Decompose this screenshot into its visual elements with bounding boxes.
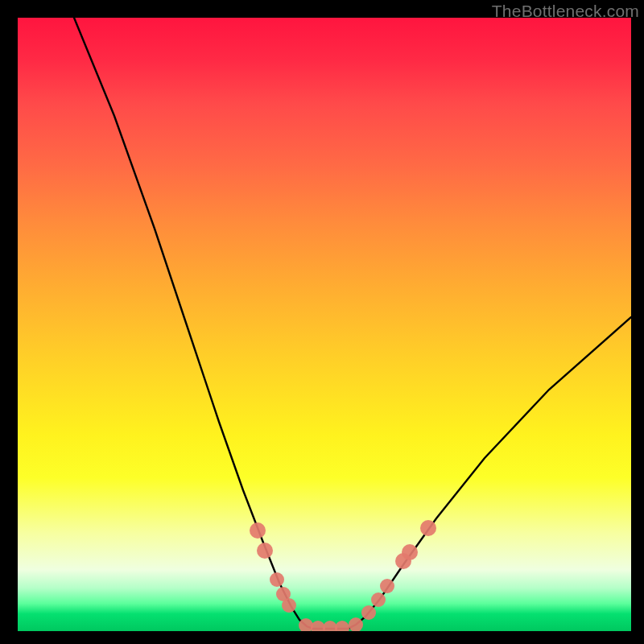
- curve-dot: [420, 520, 436, 536]
- curve-dot: [402, 544, 418, 560]
- curve-dot: [270, 572, 284, 587]
- plot-area: [18, 18, 631, 631]
- watermark-text: TheBottleneck.com: [492, 2, 639, 21]
- chart-frame: TheBottleneck.com: [0, 0, 644, 644]
- bottleneck-curve: [74, 18, 631, 629]
- marker-group: [250, 520, 436, 631]
- curve-svg: [18, 18, 631, 631]
- curve-dot: [335, 621, 349, 631]
- curve-dot: [257, 543, 273, 559]
- curve-dot: [282, 598, 296, 613]
- curve-dot: [371, 592, 386, 607]
- curve-dot: [380, 579, 394, 593]
- curve-dot: [250, 522, 266, 539]
- curve-dot: [361, 605, 376, 620]
